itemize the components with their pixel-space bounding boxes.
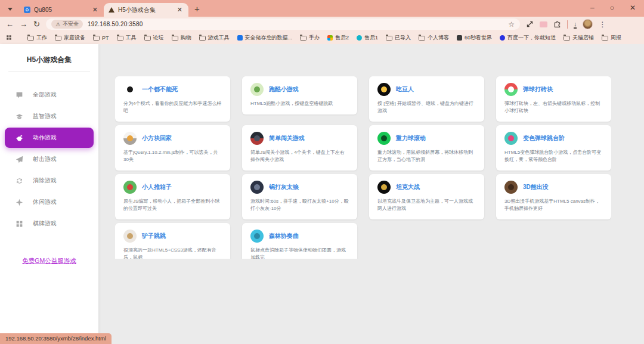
extensions-puzzle-icon[interactable] xyxy=(553,20,561,28)
toolbar-separator xyxy=(567,20,568,29)
game-card[interactable]: 坦克大战 以坦克战斗及保卫基地为主题，可一人游戏或两人进行游戏 xyxy=(369,174,484,219)
close-tab-icon[interactable]: ✕ xyxy=(91,6,99,14)
game-card[interactable]: 森林协奏曲 鼠标点击消除箱子等物体使动物们团圆，游戏加载完 xyxy=(242,223,357,259)
minimize-button[interactable]: – xyxy=(590,4,595,12)
address-bar[interactable]: ⚠不安全 192.168.50.20:3580 ☆ xyxy=(46,18,520,30)
bookmark-item[interactable]: 售后2 xyxy=(327,34,349,42)
bookmark-item[interactable]: 个人博客 xyxy=(419,34,449,42)
bookmark-star-icon[interactable]: ☆ xyxy=(508,20,515,29)
menu-kebab-icon[interactable]: ⋮ xyxy=(599,20,606,29)
browser-tab[interactable]: Qu805 ✕ xyxy=(19,3,104,17)
bookmark-item[interactable]: 已导入 xyxy=(386,34,411,42)
bookmark-label: 游戏工具 xyxy=(208,34,230,42)
bookmark-item[interactable]: 售后1 xyxy=(357,34,378,42)
runner-icon xyxy=(123,83,137,96)
close-window-button[interactable]: ✕ xyxy=(630,4,636,12)
bear-icon xyxy=(504,181,518,194)
game-title-link[interactable]: 吃豆人 xyxy=(396,85,414,94)
bookmark-item[interactable]: 60秒看世界 xyxy=(457,34,492,42)
sidebar-item-casual-games[interactable]: 休闲游戏 xyxy=(5,192,94,212)
bookmark-item[interactable]: 游戏工具 xyxy=(199,34,230,42)
game-description: 3D熊出没手机游戏基于HTML5 canvas制作，手机触屏操作更好 xyxy=(504,198,603,212)
game-title-link[interactable]: 简单闯关游戏 xyxy=(269,134,305,142)
security-chip[interactable]: ⚠不安全 xyxy=(51,20,83,29)
apps-grid-icon[interactable] xyxy=(6,35,12,42)
game-description: 按 [空格] 开始或暂停、继续，键盘方向键进行游戏 xyxy=(377,100,476,114)
bookmark-item[interactable]: 手办 xyxy=(300,34,320,42)
bookmark-item[interactable]: 论坛 xyxy=(144,34,164,42)
maximize-button[interactable]: ○ xyxy=(610,4,614,12)
close-tab-icon[interactable]: ✕ xyxy=(176,6,184,14)
bookmark-item[interactable]: 工具 xyxy=(117,34,137,42)
game-title-link[interactable]: 跑酷小游戏 xyxy=(269,85,299,94)
game-title-link[interactable]: 小方块回家 xyxy=(142,134,172,142)
back-button[interactable]: ← xyxy=(6,20,14,28)
sidebar-item-action-games[interactable]: 动作游戏 xyxy=(5,128,94,148)
game-title-link[interactable]: 坦克大战 xyxy=(396,183,420,191)
comment-icon xyxy=(16,91,23,99)
game-card[interactable]: 小人推箱子 原生JS编写，移动小人，把箱子全部推到小球的位置即可过关 xyxy=(115,174,230,219)
game-card[interactable]: 小方块回家 基于jQuery.1.10.2.min.js制作，可以选关，共30关 xyxy=(115,125,230,171)
game-title-link[interactable]: 变色弹球跳台阶 xyxy=(523,134,565,142)
pacman-icon xyxy=(377,83,391,96)
game-title-link[interactable]: 森林协奏曲 xyxy=(269,232,299,240)
free-gm-server-link[interactable]: 免费GM公益服游戏 xyxy=(22,257,76,264)
muted-extension-icon[interactable] xyxy=(540,21,547,27)
main-content: 一个都不能死 分为4个模式，看看你的反应能力和手速怎么样吧 跑酷小游戏 HTML… xyxy=(98,44,644,344)
bookmark-item[interactable]: 天猫店铺 xyxy=(564,34,594,42)
sidebar-item-puzzle-games[interactable]: 益智游戏 xyxy=(5,106,94,126)
bookmark-item[interactable]: 安全储存您的数据... xyxy=(237,34,293,42)
tab-strip: Qu805 ✕ H5小游戏合集 ✕ + – ○ ✕ xyxy=(0,0,644,17)
game-card[interactable]: 锅打灰太狼 游戏时间:60s，拼手速，殴打灰太狼+10分，殴打小灰灰-10分 xyxy=(242,174,357,219)
game-title-link[interactable]: 弹球打砖块 xyxy=(523,85,553,94)
new-tab-button[interactable]: + xyxy=(194,4,200,14)
folder-icon xyxy=(172,36,178,41)
tab-search-button[interactable] xyxy=(5,4,16,14)
bookmark-label: 天猫店铺 xyxy=(572,34,594,42)
game-title-link[interactable]: 锅打灰太狼 xyxy=(269,183,299,191)
sidebar-item-board-games[interactable]: 棋牌游戏 xyxy=(5,213,94,234)
bookmark-item[interactable]: 百度一下，你就知道 xyxy=(500,34,556,42)
browser-tab-active[interactable]: H5小游戏合集 ✕ xyxy=(104,3,188,17)
tank-icon xyxy=(377,181,391,194)
game-card[interactable]: 驴子跳跳 很漂亮的一款HTML5+CSS3游戏，还配有音乐，鼠标 xyxy=(115,223,230,259)
block-home-icon xyxy=(123,132,137,145)
downloads-icon[interactable]: ↓ xyxy=(574,20,577,29)
profile-avatar[interactable] xyxy=(583,19,593,29)
game-card[interactable]: 弹球打砖块 弹球打砖块，左、右箭头键或移动鼠标，控制小球打砖块 xyxy=(496,76,611,122)
game-card[interactable]: 一个都不能死 分为4个模式，看看你的反应能力和手速怎么样吧 xyxy=(115,76,230,122)
game-card[interactable]: 3D熊出没 3D熊出没手机游戏基于HTML5 canvas制作，手机触屏操作更好 xyxy=(496,174,611,219)
forward-button[interactable]: → xyxy=(20,20,27,28)
folder-icon xyxy=(117,36,123,41)
bookmark-item[interactable]: 家庭设备 xyxy=(55,34,85,42)
bookmark-label: 售后2 xyxy=(335,34,349,42)
bookmarks-bar: 工作家庭设备PT工具论坛购物游戏工具安全储存您的数据...手办售后2售后1已导入… xyxy=(0,32,644,44)
sidebar-item-all-games[interactable]: 全部游戏 xyxy=(5,85,94,105)
game-title-link[interactable]: 小人推箱子 xyxy=(142,183,172,191)
bookmark-item[interactable]: 工作 xyxy=(27,34,47,42)
game-card[interactable]: 跑酷小游戏 HTML5跑酷小游戏，按键盘空格键跳跃 xyxy=(242,76,357,114)
wolf-icon xyxy=(250,181,264,194)
game-card[interactable]: 简单闯关游戏 简单JS闯关小游戏，4个关卡，键盘上下左右操作闯关小游戏 xyxy=(242,125,357,171)
bookmark-item[interactable]: 周报 xyxy=(602,34,621,42)
graduation-cap-icon xyxy=(16,113,23,120)
sidebar-item-elimination-games[interactable]: 消除游戏 xyxy=(5,171,94,191)
tab-favicon xyxy=(24,7,30,13)
game-title-link[interactable]: 驴子跳跳 xyxy=(142,232,166,240)
url-text: 192.168.50.20:3580 xyxy=(88,21,143,27)
game-card[interactable]: 变色弹球跳台阶 HTML5变色弹球跳台阶小游戏，点击台阶可变换红，黄，紫等颜色台… xyxy=(496,125,611,171)
sidebar-item-shooting-games[interactable]: 射击游戏 xyxy=(5,149,94,169)
bookmark-item[interactable]: PT xyxy=(93,35,109,41)
game-card[interactable]: 重力球滚动 重力球滚动，用鼠标倾斜屏幕，将球体移动到正方形，当心地下的洞 xyxy=(369,125,484,171)
game-title-link[interactable]: 一个都不能死 xyxy=(142,85,178,94)
reload-button[interactable]: ↻ xyxy=(33,20,40,28)
bookmark-item[interactable]: 购物 xyxy=(172,34,191,42)
folder-icon xyxy=(144,36,151,41)
game-card[interactable]: 吃豆人 按 [空格] 开始或暂停、继续，键盘方向键进行游戏 xyxy=(369,76,484,122)
paper-plane-icon xyxy=(16,156,23,163)
bookmarks-list: 工作家庭设备PT工具论坛购物游戏工具安全储存您的数据...手办售后2售后1已导入… xyxy=(27,34,621,42)
screenshot-extension-icon[interactable] xyxy=(526,20,534,28)
donkey-icon xyxy=(123,230,137,243)
game-title-link[interactable]: 3D熊出没 xyxy=(523,183,549,191)
game-title-link[interactable]: 重力球滚动 xyxy=(396,134,426,142)
